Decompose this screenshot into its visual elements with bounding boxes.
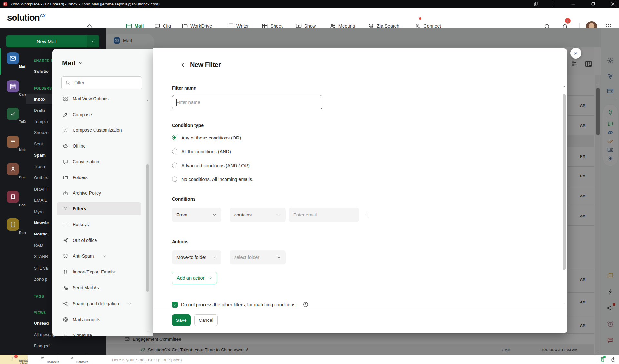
settings-item-label: Send Mail As <box>73 285 99 290</box>
settings-item-label: Import/Export Emails <box>73 269 115 274</box>
add-condition-icon[interactable] <box>364 212 370 218</box>
new-filter-dialog: New Filter Filter name Condition type An… <box>153 48 567 333</box>
time-tracker-icon[interactable] <box>610 357 616 363</box>
radio-icon[interactable] <box>172 135 177 140</box>
nav-item-label: WorkDrive <box>190 24 212 29</box>
folder-label: Newsle <box>34 220 49 225</box>
settings-item-signature[interactable]: Signature <box>57 329 141 336</box>
radio-label: Advanced conditions (AND / OR) <box>181 163 250 168</box>
settings-item-label: Filters <box>73 206 86 211</box>
action-folder-select[interactable]: select folder <box>230 250 286 264</box>
back-icon[interactable] <box>180 62 186 68</box>
app-rail-item-todo[interactable]: ToDo <box>0 108 26 120</box>
settings-item-compose[interactable]: Compose <box>57 108 141 121</box>
notes-icon <box>9 138 16 145</box>
nav-item-label: Connect <box>424 24 441 29</box>
condition-operator-value: contains <box>234 212 277 217</box>
app-rail-item-contacts[interactable]: Contacts <box>0 163 26 175</box>
add-action-button[interactable]: Add an action <box>172 272 217 284</box>
minimize-button[interactable] <box>570 1 576 7</box>
chat-badge: 1 <box>14 355 18 358</box>
chevron-down-icon <box>78 61 83 66</box>
settings-item-label: Mail accounts <box>73 317 100 322</box>
funnel-icon <box>63 206 68 212</box>
settings-item-mail-accounts[interactable]: Mail accounts <box>57 313 141 326</box>
chat-tab-contacts[interactable]: Contacts <box>57 355 86 364</box>
settings-item-out-of-office[interactable]: Out of office <box>57 234 141 247</box>
settings-filter-input[interactable] <box>74 80 138 86</box>
scroll-down-icon[interactable] <box>562 302 566 305</box>
window-menu-icon[interactable] <box>551 1 557 7</box>
folder-label: Solutio <box>34 69 49 74</box>
folder-label: DRAFT <box>34 187 48 192</box>
chevron-down-icon <box>102 254 106 258</box>
scroll-up-icon[interactable] <box>146 99 150 102</box>
close-dialog-button[interactable] <box>570 48 581 59</box>
settings-item-conversation[interactable]: Conversation <box>57 155 141 168</box>
settings-item-import-export-emails[interactable]: Import/Export Emails <box>57 265 141 278</box>
chat-tab-channels[interactable]: Channels <box>28 355 57 364</box>
at-icon <box>63 317 68 322</box>
settings-item-mail-view-options[interactable]: Mail View Options <box>57 97 141 105</box>
condition-operator-select[interactable]: contains <box>230 208 286 222</box>
restore-button[interactable] <box>590 1 596 7</box>
chevron-down-icon[interactable] <box>91 39 95 44</box>
browser-extension-icon[interactable] <box>533 1 539 7</box>
scrollbar-thumb[interactable] <box>563 94 566 270</box>
condition-value-input[interactable] <box>289 208 359 222</box>
settings-scope-label: Mail <box>62 59 75 67</box>
chatbar-divider <box>597 357 597 363</box>
action-folder-placeholder: select folder <box>234 255 277 260</box>
condition-type-radio-1[interactable]: All the conditions (AND) <box>172 149 231 154</box>
smart-chat-input[interactable] <box>111 355 500 364</box>
settings-item-hotkeys[interactable]: Hotkeys <box>57 218 141 231</box>
settings-item-offline[interactable]: Offline <box>57 139 141 152</box>
condition-field-select[interactable]: From <box>172 208 221 222</box>
settings-item-anti-spam[interactable]: Anti-Spam <box>57 250 141 263</box>
close-window-button[interactable] <box>610 1 616 7</box>
section-label: TAGS <box>34 294 44 298</box>
filter-name-label: Filter name <box>172 85 196 91</box>
radio-icon[interactable] <box>172 163 177 168</box>
folder-label: STL Va <box>34 266 48 271</box>
settings-item-sharing-and-delegation[interactable]: Sharing and delegation <box>57 297 141 310</box>
settings-item-archive-policy[interactable]: Archive Policy <box>57 187 141 199</box>
settings-item-label: Hotkeys <box>73 222 89 227</box>
notification-badge: 1 <box>565 18 571 24</box>
new-mail-button[interactable]: New Mail <box>6 35 99 47</box>
settings-item-filters[interactable]: Filters <box>57 202 141 215</box>
settings-menu-list: Mail View OptionsComposeCompose Customiz… <box>52 97 146 336</box>
app-rail-item-notes[interactable]: Notes <box>0 136 26 148</box>
chat-tab-unread-chats[interactable]: 1Unread Chats <box>0 355 28 364</box>
settings-item-label: Conversation <box>73 159 99 164</box>
folder-item-flagged[interactable]: Flagged <box>26 341 106 351</box>
radio-icon[interactable] <box>172 177 177 182</box>
settings-item-compose-customization[interactable]: Compose Customization <box>57 124 141 137</box>
app-rail-item-bookmarks[interactable]: Bookmarks <box>0 191 26 203</box>
settings-item-send-mail-as[interactable]: Send Mail As <box>57 281 141 294</box>
radio-icon[interactable] <box>172 149 177 154</box>
nav-item-label: Cliq <box>163 24 171 29</box>
plane-icon <box>63 237 68 243</box>
app-rail-item-resources[interactable]: Resources <box>0 218 26 231</box>
app-rail-item-calendar[interactable]: Calendar <box>0 80 26 92</box>
cancel-button[interactable]: Cancel <box>194 314 218 326</box>
folder-label: RAD <box>34 243 43 248</box>
condition-type-radio-3[interactable]: No conditions. All incoming emails. <box>172 177 253 182</box>
condition-type-label: Condition type <box>172 123 204 128</box>
scroll-up-icon[interactable] <box>562 84 566 88</box>
action-row: Move-to folder select folder <box>153 250 567 264</box>
chat-icon <box>63 159 68 165</box>
dialog-title: New Filter <box>190 61 221 69</box>
scrollbar-thumb[interactable] <box>146 164 149 292</box>
scroll-down-icon[interactable] <box>146 329 150 333</box>
app-rail-item-mail[interactable]: Mail <box>0 52 26 64</box>
action-type-select[interactable]: Move-to folder <box>172 250 221 264</box>
condition-type-radio-2[interactable]: Advanced conditions (AND / OR) <box>172 163 250 168</box>
settings-scope-header[interactable]: Mail <box>62 59 83 67</box>
command-icon <box>63 222 68 227</box>
filter-name-input[interactable] <box>172 95 322 109</box>
settings-item-folders[interactable]: Folders <box>57 171 141 184</box>
condition-type-radio-0[interactable]: Any of these conditions (OR) <box>172 135 241 140</box>
save-button[interactable]: Save <box>172 314 191 326</box>
